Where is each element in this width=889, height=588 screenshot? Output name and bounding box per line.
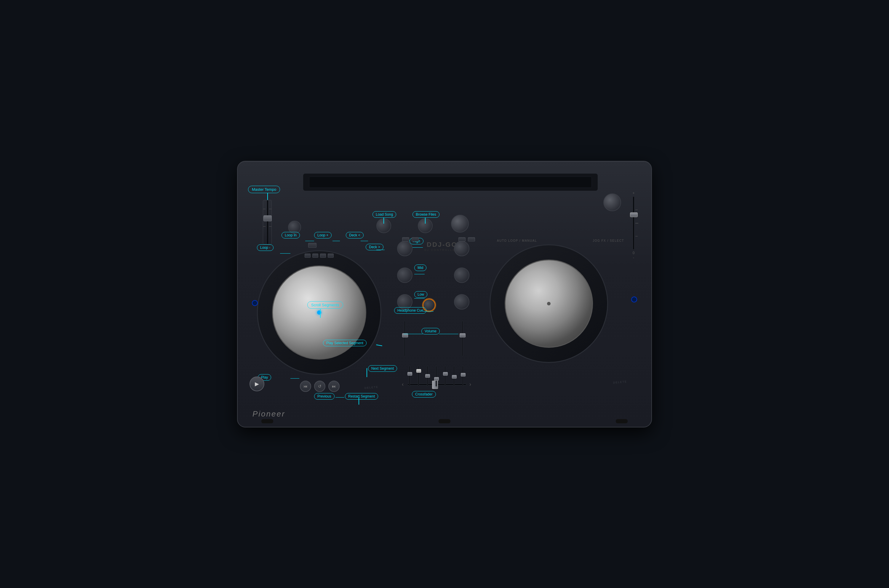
right-jog-wheel[interactable] xyxy=(490,244,608,363)
prev-btn[interactable]: ⏮ xyxy=(300,381,311,392)
left-channel-fader[interactable] xyxy=(404,321,405,356)
previous-line xyxy=(335,397,344,398)
seg-btn-t3[interactable] xyxy=(320,254,326,258)
right-nav-arrow[interactable]: › xyxy=(469,381,471,387)
right-btn-2[interactable] xyxy=(468,237,475,242)
loop-plus-annotation: Loop + xyxy=(314,232,332,238)
volume-label: Volume xyxy=(421,328,440,334)
deck-left-annotation: Deck < xyxy=(346,232,363,238)
mid-label: Mid xyxy=(414,264,426,271)
restart-segment-annotation: Restart Segment xyxy=(345,393,378,400)
play-selected-label: Play Selected Segment xyxy=(323,340,366,346)
transport-buttons: ⏮ ↺ ⏭ xyxy=(300,381,339,392)
segment-btns-top xyxy=(305,254,334,258)
right-cf-fader-4[interactable] xyxy=(454,366,455,387)
jog-center-dot-right xyxy=(547,302,551,305)
deck-left-line xyxy=(360,241,368,242)
center-cf-fader[interactable] xyxy=(418,366,419,387)
play-selected-annotation: Play Selected Segment xyxy=(323,340,366,346)
scroll-segments-line xyxy=(320,309,321,318)
center-btn-1[interactable] xyxy=(402,237,409,242)
next-segment-annotation: Next Segment xyxy=(368,365,397,372)
auto-loop-label: AUTO LOOP / MANUAL xyxy=(497,239,537,242)
restart-line xyxy=(359,397,359,405)
play-line xyxy=(290,378,299,379)
loop-plus-label: Loop + xyxy=(314,232,332,238)
mid-annotation: Mid xyxy=(414,264,426,271)
foot-2 xyxy=(616,419,628,423)
right-btn-1[interactable] xyxy=(458,237,466,242)
loop-in-label: Loop In xyxy=(281,232,300,238)
play-button[interactable]: ▶ xyxy=(249,376,264,391)
previous-annotation: Previous xyxy=(314,393,335,400)
left-nav-arrow[interactable]: ‹ xyxy=(402,381,404,387)
left-cf-fader[interactable] xyxy=(409,366,410,387)
next-segment-line xyxy=(366,368,367,377)
low-annotation: Low xyxy=(414,291,427,298)
left-jog-wheel[interactable] xyxy=(257,250,381,375)
loop-in-line xyxy=(305,241,314,242)
right-pitch-slider[interactable]: + 0 - xyxy=(626,191,641,262)
loop-minus-annotation: Loop - xyxy=(257,244,273,251)
model-subtitle: DJ CONTROLLER xyxy=(424,249,458,252)
next-btn[interactable]: ⏭ xyxy=(328,381,339,392)
high-eq-knob-r[interactable] xyxy=(454,241,469,256)
right-top-large-knob[interactable] xyxy=(603,194,621,211)
low-eq-knob-r[interactable] xyxy=(454,294,469,309)
scroll-segments-label: Scroll Segments xyxy=(307,301,343,309)
crossfader-track[interactable] xyxy=(407,384,466,386)
master-tempo-slider[interactable] xyxy=(258,200,276,244)
right-cf-fader-5[interactable] xyxy=(462,366,464,387)
restart-segment-label: Restart Segment xyxy=(345,393,378,400)
browse-files-annotation: Browse Files xyxy=(413,211,440,218)
master-tempo-annotation: Master Tempo xyxy=(248,186,280,193)
headphone-cue-annotation: Headphone Cue xyxy=(394,307,426,314)
display-bar xyxy=(303,173,598,191)
controller-body: Master Tempo Loop In xyxy=(237,161,652,428)
deck-left-label: Deck < xyxy=(346,232,363,238)
volume-line-l xyxy=(404,334,423,334)
restart-btn[interactable]: ↺ xyxy=(314,381,325,392)
high-line xyxy=(413,248,423,248)
deck-right-annotation: Deck > xyxy=(366,244,383,250)
mid-eq-knob-r[interactable] xyxy=(454,267,469,283)
volume-line-r xyxy=(439,334,458,334)
jog-fx-label: JOG FX / SELECT xyxy=(593,239,624,242)
crossfader-knob[interactable] xyxy=(432,381,438,389)
controller-wrapper: Master Tempo Loop In xyxy=(237,161,652,428)
deck-right-label: Deck > xyxy=(366,244,383,250)
right-channel-fader[interactable] xyxy=(462,321,463,356)
delete-label-left: DELETE xyxy=(365,385,379,389)
crossfader-annotation: Crossfader xyxy=(412,391,436,398)
seg-btn-t1[interactable] xyxy=(305,254,311,258)
left-blue-led xyxy=(252,300,258,306)
seg-btn-t4[interactable] xyxy=(328,254,334,258)
mid-eq-knob[interactable] xyxy=(397,267,413,283)
loop-plus-line xyxy=(332,241,340,242)
seg-btn-t2[interactable] xyxy=(312,254,318,258)
load-song-label: Load Song xyxy=(372,211,396,218)
foot-3 xyxy=(438,419,451,423)
scroll-segments-annotation: Scroll Segments xyxy=(307,301,343,309)
foot-1 xyxy=(261,419,273,423)
crossfader-label: Crossfader xyxy=(412,391,436,398)
center-small-buttons-row xyxy=(402,237,419,242)
right-cf-fader-3[interactable] xyxy=(444,366,446,387)
low-line xyxy=(414,298,425,299)
center-btn-2[interactable] xyxy=(411,237,419,242)
load-song-line xyxy=(383,218,384,224)
load-song-annotation: Load Song xyxy=(372,211,396,218)
loop-minus-label: Loop - xyxy=(257,244,273,251)
center-large-knob[interactable] xyxy=(451,215,469,232)
next-segment-label: Next Segment xyxy=(368,365,397,372)
volume-annotation: Volume xyxy=(421,328,440,334)
right-cf-fader-1[interactable] xyxy=(427,366,428,387)
loop-in-annotation: Loop In xyxy=(281,232,300,238)
previous-label: Previous xyxy=(314,393,335,400)
right-small-buttons-row xyxy=(458,237,475,242)
right-cf-fader-2[interactable] xyxy=(435,366,437,387)
ring-btn-5[interactable] xyxy=(308,243,317,248)
headphone-cue-line xyxy=(423,311,434,312)
master-tempo-label: Master Tempo xyxy=(248,186,280,193)
headphone-cue-label: Headphone Cue xyxy=(394,307,426,314)
